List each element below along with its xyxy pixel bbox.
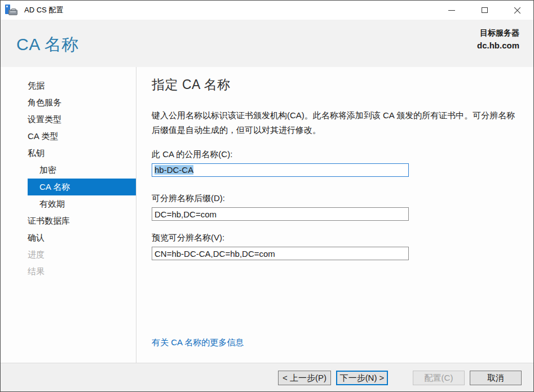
target-server-value: dc.hb.com xyxy=(477,39,519,52)
maximize-icon xyxy=(482,7,488,13)
previous-button[interactable]: < 上一步(P) xyxy=(278,371,331,385)
minimize-icon xyxy=(448,10,455,11)
sidebar-item-cryptography[interactable]: 加密 xyxy=(28,162,136,179)
close-icon xyxy=(514,7,521,14)
target-server-label: 目标服务器 xyxy=(477,26,519,39)
title-bar: AD CS 配置 xyxy=(1,1,533,20)
wizard-body: 凭据 角色服务 设置类型 CA 类型 私钥 加密 CA 名称 有效期 证书数据库… xyxy=(1,67,533,363)
dn-suffix-label: 可分辨名称后缀(D): xyxy=(152,193,522,204)
selected-text: hb-DC-CA xyxy=(155,165,193,175)
dn-suffix-input[interactable] xyxy=(152,207,409,221)
wizard-steps-sidebar: 凭据 角色服务 设置类型 CA 类型 私钥 加密 CA 名称 有效期 证书数据库… xyxy=(1,67,136,363)
close-button[interactable] xyxy=(501,1,533,20)
wizard-header: CA 名称 目标服务器 dc.hb.com xyxy=(1,20,533,67)
sidebar-item-progress: 进度 xyxy=(28,246,136,263)
maximize-button[interactable] xyxy=(468,1,501,20)
sidebar-item-credentials[interactable]: 凭据 xyxy=(28,77,136,94)
description-text: 键入公用名称以标识该证书颁发机构(CA)。此名称将添加到该 CA 颁发的所有证书… xyxy=(152,108,522,137)
caption-buttons xyxy=(435,1,533,20)
minimize-button[interactable] xyxy=(435,1,468,20)
adcs-app-icon xyxy=(5,5,19,16)
sidebar-item-private-key[interactable]: 私钥 xyxy=(28,145,136,162)
sidebar-item-validity-period[interactable]: 有效期 xyxy=(28,195,136,212)
more-info-link[interactable]: 有关 CA 名称的更多信息 xyxy=(152,337,244,348)
sidebar-item-role-services[interactable]: 角色服务 xyxy=(28,94,136,111)
toolbox-icon xyxy=(8,10,17,15)
common-name-input[interactable]: hb-DC-CA xyxy=(152,163,409,177)
window-title: AD CS 配置 xyxy=(24,5,63,15)
configure-button: 配置(C) xyxy=(413,371,465,385)
dn-preview-input[interactable] xyxy=(152,247,409,260)
cancel-button[interactable]: 取消 xyxy=(470,371,522,385)
common-name-label: 此 CA 的公用名称(C): xyxy=(152,149,522,160)
sidebar-item-ca-name[interactable]: CA 名称 xyxy=(28,179,136,195)
content-heading: 指定 CA 名称 xyxy=(152,76,522,93)
adcs-config-wizard-window: AD CS 配置 CA 名称 目标服务器 dc.hb.com 凭据 角色服务 设… xyxy=(0,0,534,392)
sidebar-item-confirmation[interactable]: 确认 xyxy=(28,229,136,246)
next-button[interactable]: 下一步(N) > xyxy=(336,371,388,385)
dn-preview-label: 预览可分辨名称(V): xyxy=(152,233,522,243)
wizard-footer: < 上一步(P) 下一步(N) > 配置(C) 取消 xyxy=(1,363,533,391)
sidebar-item-results: 结果 xyxy=(28,263,136,280)
page-title: CA 名称 xyxy=(16,33,79,56)
main-content: 指定 CA 名称 键入公用名称以标识该证书颁发机构(CA)。此名称将添加到该 C… xyxy=(136,67,533,363)
target-server-block: 目标服务器 dc.hb.com xyxy=(477,26,519,52)
sidebar-item-ca-type[interactable]: CA 类型 xyxy=(28,128,136,145)
sidebar-item-setup-type[interactable]: 设置类型 xyxy=(28,111,136,128)
sidebar-item-certificate-database[interactable]: 证书数据库 xyxy=(28,212,136,229)
